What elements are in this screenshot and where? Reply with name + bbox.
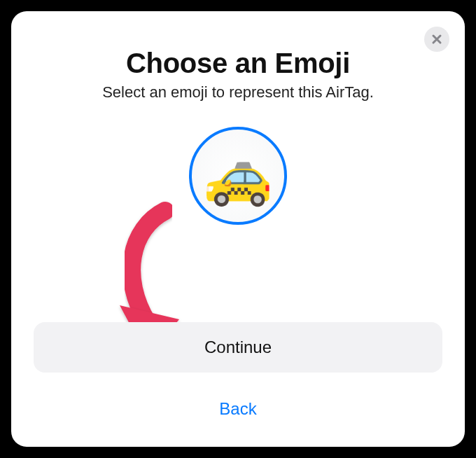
taxi-icon: 🚕	[203, 148, 273, 204]
modal-subtitle: Select an emoji to represent this AirTag…	[11, 83, 465, 102]
modal-title: Choose an Emoji	[11, 48, 465, 79]
choose-emoji-modal: Choose an Emoji Select an emoji to repre…	[11, 11, 465, 447]
close-button[interactable]	[424, 27, 449, 52]
back-button[interactable]: Back	[11, 399, 465, 419]
back-label: Back	[219, 399, 256, 418]
continue-button[interactable]: Continue	[34, 322, 442, 373]
emoji-selector[interactable]: 🚕	[189, 127, 287, 225]
continue-label: Continue	[204, 338, 272, 357]
close-icon	[431, 34, 442, 45]
